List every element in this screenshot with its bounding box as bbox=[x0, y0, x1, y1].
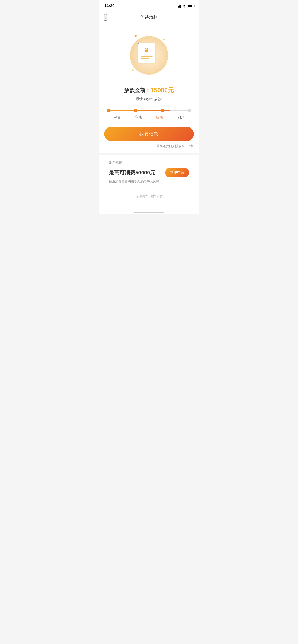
battery-icon bbox=[188, 4, 194, 8]
step-label-2: 审核 bbox=[128, 115, 149, 120]
cta-button[interactable]: 我要催款 bbox=[104, 127, 194, 141]
header: ‹ 等待放款 bbox=[99, 10, 199, 24]
consumer-description: 使用消费额度购物享受最高40天免息 bbox=[109, 179, 189, 184]
main-content: ¥ bbox=[99, 24, 199, 210]
step-label-4: 到账 bbox=[170, 115, 192, 120]
home-bar bbox=[133, 212, 165, 214]
doc-hourglass: ¥ bbox=[136, 42, 162, 68]
signal-icon bbox=[177, 4, 181, 8]
status-bar: 14:30 bbox=[99, 0, 199, 10]
amount-section: 放款金额：15000元 最快30分钟放款! bbox=[104, 86, 194, 101]
consumer-section: 消费额度 最高可消费50000元 立即申请 使用消费额度购物享受最高40天免息 bbox=[104, 155, 194, 189]
step-label-3: 提现 bbox=[149, 115, 170, 120]
doc-line bbox=[140, 56, 153, 57]
back-button[interactable]: ‹ bbox=[104, 14, 107, 20]
doc-line bbox=[140, 58, 149, 59]
status-icons bbox=[177, 4, 194, 8]
consumer-main: 最高可消费50000元 立即申请 bbox=[109, 168, 189, 177]
step-dot-3 bbox=[161, 108, 164, 112]
yuan-symbol: ¥ bbox=[145, 46, 148, 54]
step-labels: 申请 审核 提现 到账 bbox=[106, 115, 192, 120]
amount-title: 放款金额：15000元 bbox=[104, 86, 194, 94]
decoration-dot-bl bbox=[132, 70, 134, 71]
doc-lines bbox=[140, 56, 153, 60]
footer-note: 合理消费 理性借贷 bbox=[104, 189, 194, 203]
illustration: ¥ bbox=[104, 32, 194, 79]
consumer-section-label: 消费额度 bbox=[109, 161, 189, 165]
consumer-amount: 最高可消费50000元 bbox=[109, 169, 155, 176]
step-dot-4 bbox=[188, 108, 192, 112]
decoration-dot-tl bbox=[135, 35, 136, 37]
illustration-circle: ¥ bbox=[130, 36, 168, 74]
amount-label-prefix: 放款金额： bbox=[124, 88, 151, 94]
progress-track bbox=[106, 108, 192, 112]
wifi-icon bbox=[182, 4, 186, 8]
decoration-dot-tr bbox=[163, 38, 165, 40]
section-divider bbox=[99, 153, 199, 155]
amount-subtitle: 最快30分钟放款! bbox=[104, 97, 194, 101]
amount-value: 15000元 bbox=[151, 86, 174, 94]
step-dot-2 bbox=[134, 108, 137, 112]
apply-button[interactable]: 立即申请 bbox=[165, 168, 189, 177]
step-label-1: 申请 bbox=[106, 115, 128, 120]
step-dot-1 bbox=[106, 108, 110, 112]
cta-note: 最终还款日按照放款日计算 bbox=[104, 144, 194, 148]
progress-line-bg bbox=[106, 110, 192, 111]
home-indicator bbox=[99, 210, 199, 214]
progress-section: 申请 审核 提现 到账 bbox=[104, 108, 194, 120]
doc-paper: ¥ bbox=[138, 43, 155, 62]
page-title: 等待放款 bbox=[140, 14, 158, 20]
status-time: 14:30 bbox=[104, 4, 114, 8]
